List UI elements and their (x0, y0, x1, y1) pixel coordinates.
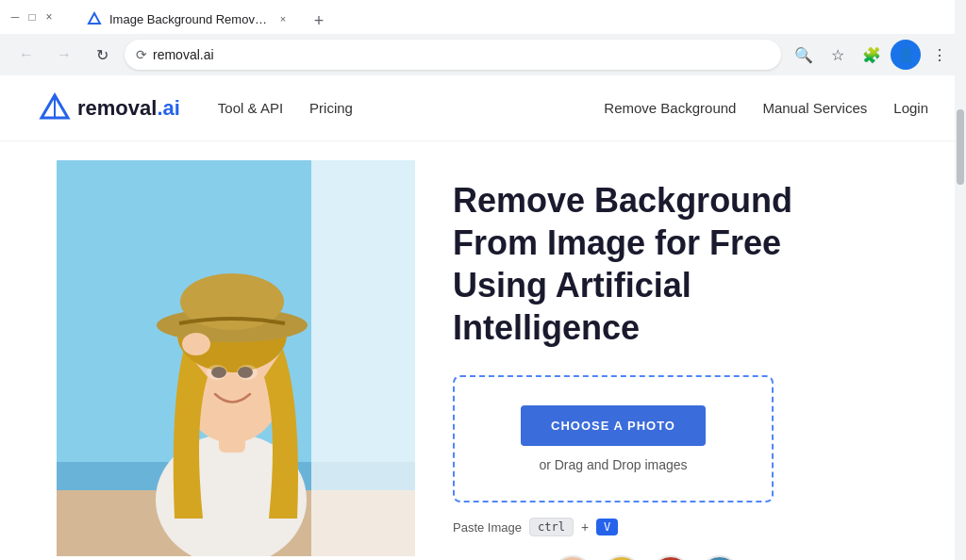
svg-rect-17 (311, 160, 415, 556)
right-nav: Remove Background Manual Services Login (604, 100, 928, 116)
tab-bar: Image Background Remover | R... × + (68, 0, 340, 34)
drag-drop-text: or Drag and Drop images (474, 457, 753, 472)
sample-image-1[interactable] (552, 555, 593, 560)
site-logo[interactable]: removal.ai (38, 91, 180, 125)
nav-actions: 🔍 ☆ 🧩 👤 ⋮ (789, 40, 955, 70)
close-button[interactable]: × (42, 9, 57, 25)
sample-thumbs (552, 555, 741, 560)
logo-icon (38, 91, 72, 125)
tab-close-button[interactable]: × (275, 11, 291, 26)
bookmark-button[interactable]: ☆ (823, 40, 853, 70)
address-bar[interactable]: ⟳ removal.ai (125, 40, 781, 70)
remove-background-link[interactable]: Remove Background (604, 100, 736, 116)
paste-label: Paste Image (453, 520, 522, 535)
v-badge: V (596, 519, 618, 535)
nav-bar: ← → ↻ ⟳ removal.ai 🔍 ☆ 🧩 👤 ⋮ (0, 34, 966, 75)
hero-photo (57, 160, 415, 556)
scrollbar[interactable] (955, 0, 966, 560)
reload-button[interactable]: ↻ (87, 40, 117, 70)
active-tab[interactable]: Image Background Remover | R... × (75, 4, 302, 34)
website-content: removal.ai Tool & API Pricing Remove Bac… (0, 75, 966, 560)
pricing-link[interactable]: Pricing (309, 100, 353, 116)
tool-api-link[interactable]: Tool & API (218, 100, 283, 116)
hero-section: Remove Background From Image for Free Us… (0, 141, 966, 560)
tab-title: Image Background Remover | R... (109, 12, 268, 26)
hero-image (57, 160, 415, 556)
menu-button[interactable]: ⋮ (924, 40, 955, 70)
sample-image-4[interactable] (699, 555, 741, 560)
main-nav: Tool & API Pricing (218, 100, 604, 116)
ctrl-badge: ctrl (529, 518, 574, 536)
maximize-button[interactable]: □ (25, 9, 40, 25)
new-tab-button[interactable]: + (306, 8, 332, 34)
login-link[interactable]: Login (893, 100, 928, 116)
svg-marker-0 (89, 13, 100, 24)
hero-image-wrapper (0, 160, 434, 556)
address-text: removal.ai (153, 47, 770, 62)
minimize-button[interactable]: ─ (8, 9, 23, 25)
logo-text: removal.ai (77, 96, 180, 121)
svg-point-15 (237, 365, 258, 380)
browser-chrome: ─ □ × Image Background Remover | R... × … (0, 0, 966, 75)
profile-button[interactable]: 👤 (891, 40, 921, 70)
svg-point-14 (207, 365, 227, 380)
samples-row: No image? Try one of these (453, 555, 928, 560)
profile-icon: 👤 (898, 47, 914, 62)
paste-row: Paste Image ctrl + V (453, 518, 928, 536)
hero-content: Remove Background From Image for Free Us… (434, 160, 928, 560)
choose-photo-button[interactable]: CHOOSE A PHOTO (521, 405, 706, 446)
site-header: removal.ai Tool & API Pricing Remove Bac… (0, 75, 966, 141)
forward-button[interactable]: → (49, 40, 79, 70)
secure-icon: ⟳ (136, 47, 147, 62)
search-button[interactable]: 🔍 (789, 40, 819, 70)
title-bar: ─ □ × Image Background Remover | R... × … (0, 0, 966, 34)
back-button[interactable]: ← (11, 40, 42, 70)
sample-image-2[interactable] (601, 555, 642, 560)
plus-icon: + (581, 519, 589, 535)
manual-services-link[interactable]: Manual Services (762, 100, 867, 116)
hero-title: Remove Background From Image for Free Us… (453, 179, 811, 349)
upload-box[interactable]: CHOOSE A PHOTO or Drag and Drop images (453, 375, 774, 502)
scrollbar-thumb[interactable] (957, 109, 964, 185)
svg-point-16 (182, 333, 210, 355)
window-controls: ─ □ × (8, 9, 57, 25)
extensions-button[interactable]: 🧩 (857, 40, 887, 70)
tab-favicon-icon (87, 11, 102, 26)
sample-image-3[interactable] (650, 555, 691, 560)
